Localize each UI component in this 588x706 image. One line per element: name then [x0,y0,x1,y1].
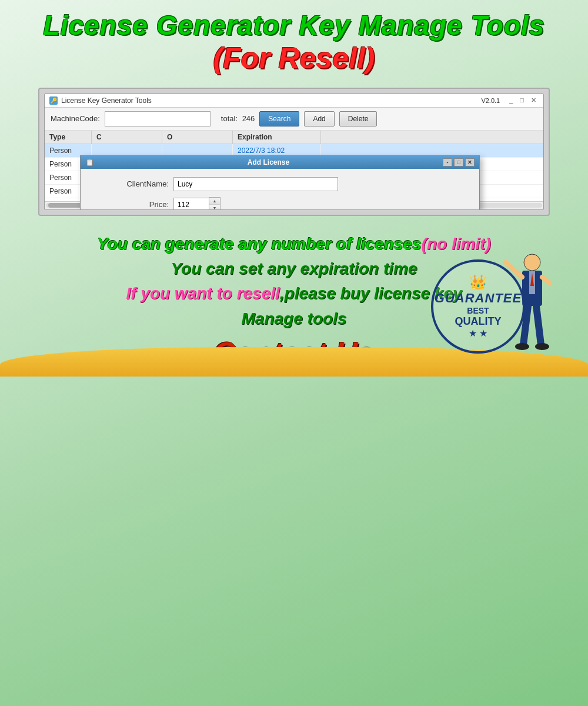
form-row-price: Price: ▲ ▼ [92,197,467,210]
price-input[interactable] [173,198,209,210]
header-title-sub: (For Resell) [12,41,576,76]
badge-guarantee-text: GUARANTEE [435,291,522,306]
price-label: Price: [92,200,169,209]
machine-code-input[interactable] [105,111,211,126]
guarantee-badge: 👑 GUARANTEE BEST QUALITY ★ ★ [431,259,531,359]
page-header: License Generator Key Manage Tools (For … [0,0,588,82]
modal-maximize[interactable]: □ [454,158,463,166]
form-row-clientname: ClientName: [92,177,467,191]
scrollbar-thumb[interactable] [48,203,83,208]
app-toolbar: MachineCode: total: 246 Search Add Delet… [45,108,543,131]
screenshot-container: 🔑 License Key Generator Tools V2.0.1 _ □… [38,88,550,216]
badge-stars: ★ ★ [469,328,487,339]
modal-body: ClientName: Price: ▲ ▼ [81,169,479,210]
modal-close[interactable]: ✕ [465,158,475,166]
badge-circle: 👑 GUARANTEE BEST QUALITY ★ ★ [431,259,525,354]
promo-line1-green: You can generate any number of licenses [97,235,421,253]
header-title-main: License Generator Key Manage Tools [12,11,576,41]
col-c: C [92,131,162,144]
search-button[interactable]: Search [259,111,299,126]
add-button[interactable]: Add [304,111,334,126]
modal-icon: 📋 [85,158,94,166]
titlebar-controls[interactable]: _ □ ✕ [507,96,539,104]
svg-line-7 [536,306,541,345]
clientname-label: ClientName: [92,179,169,188]
badge-best-text: BEST [467,306,489,315]
col-o: O [162,131,233,144]
svg-point-9 [535,343,549,350]
modal-controls[interactable]: - □ ✕ [443,158,475,166]
app-window: 🔑 License Key Generator Tools V2.0.1 _ □… [44,94,544,210]
modal-titlebar: 📋 Add License - □ ✕ [81,156,479,169]
app-version: V2.0.1 [481,97,500,104]
add-license-modal: 📋 Add License - □ ✕ ClientName: [80,155,480,210]
titlebar-left: 🔑 License Key Generator Tools [49,96,152,105]
modal-minimize[interactable]: - [443,158,452,166]
app-titlebar: 🔑 License Key Generator Tools V2.0.1 _ □… [45,94,543,108]
app-title: License Key Generator Tools [61,96,152,105]
table-header: Type C O Expiration [45,131,543,144]
modal-title: Add License [248,158,289,166]
badge-quality-text: QUALITY [455,315,502,328]
app-icon: 🔑 [49,96,58,105]
promo-line2: You can set any expiration time [171,259,417,278]
svg-line-5 [542,277,550,283]
minimize-btn[interactable]: _ [507,96,515,104]
promo-line-1: You can generate any number of licenses(… [18,234,570,255]
table-area: Type C O Expiration Person 2022/7/3 18:0… [45,131,543,201]
close-btn[interactable]: ✕ [529,96,539,104]
spinner-down[interactable]: ▼ [209,205,220,210]
maximize-btn[interactable]: □ [517,96,526,104]
promo-line4: Manage tools [242,309,347,328]
crown-icon: 👑 [469,274,487,291]
delete-button[interactable]: Delete [339,111,377,126]
clientname-input[interactable] [173,177,338,191]
spinner-up[interactable]: ▲ [209,198,220,205]
promo-line3-pink: If you want to resell [126,284,279,302]
spinner-buttons[interactable]: ▲ ▼ [209,197,220,210]
col-type: Type [45,131,92,144]
price-spinner[interactable]: ▲ ▼ [173,197,220,210]
machine-code-label: MachineCode: [51,114,100,123]
promo-line1-pink: (no limit) [422,235,491,253]
col-expiration: Expiration [233,131,321,144]
total-label: total: 246 [221,114,255,123]
